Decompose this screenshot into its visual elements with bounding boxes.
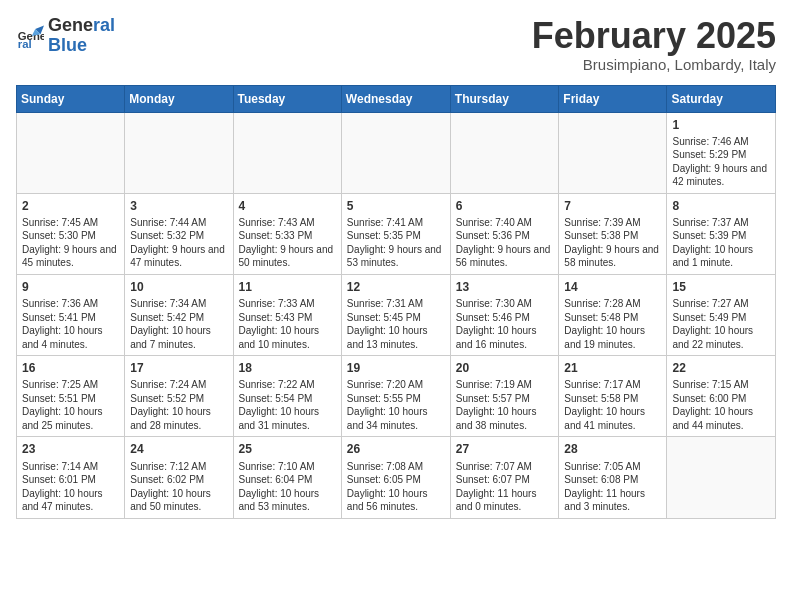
month-title: February 2025: [532, 16, 776, 56]
day-number: 16: [22, 360, 119, 376]
calendar-cell: [667, 437, 776, 518]
calendar-week-2: 2Sunrise: 7:45 AM Sunset: 5:30 PM Daylig…: [17, 193, 776, 274]
logo-text: General Blue: [48, 16, 115, 56]
calendar-cell: 5Sunrise: 7:41 AM Sunset: 5:35 PM Daylig…: [341, 193, 450, 274]
calendar-cell: 22Sunrise: 7:15 AM Sunset: 6:00 PM Dayli…: [667, 356, 776, 437]
day-info: Sunrise: 7:15 AM Sunset: 6:00 PM Dayligh…: [672, 378, 770, 432]
day-info: Sunrise: 7:08 AM Sunset: 6:05 PM Dayligh…: [347, 460, 445, 514]
calendar-cell: 3Sunrise: 7:44 AM Sunset: 5:32 PM Daylig…: [125, 193, 233, 274]
calendar-cell: 27Sunrise: 7:07 AM Sunset: 6:07 PM Dayli…: [450, 437, 559, 518]
logo-icon: Gene ral: [16, 22, 44, 50]
weekday-thursday: Thursday: [450, 85, 559, 112]
calendar-cell: [17, 112, 125, 193]
day-info: Sunrise: 7:27 AM Sunset: 5:49 PM Dayligh…: [672, 297, 770, 351]
calendar-cell: 4Sunrise: 7:43 AM Sunset: 5:33 PM Daylig…: [233, 193, 341, 274]
calendar-cell: 12Sunrise: 7:31 AM Sunset: 5:45 PM Dayli…: [341, 274, 450, 355]
day-info: Sunrise: 7:46 AM Sunset: 5:29 PM Dayligh…: [672, 135, 770, 189]
calendar-cell: 6Sunrise: 7:40 AM Sunset: 5:36 PM Daylig…: [450, 193, 559, 274]
day-info: Sunrise: 7:30 AM Sunset: 5:46 PM Dayligh…: [456, 297, 554, 351]
calendar-cell: 2Sunrise: 7:45 AM Sunset: 5:30 PM Daylig…: [17, 193, 125, 274]
day-number: 10: [130, 279, 227, 295]
day-number: 3: [130, 198, 227, 214]
day-number: 15: [672, 279, 770, 295]
calendar-week-4: 16Sunrise: 7:25 AM Sunset: 5:51 PM Dayli…: [17, 356, 776, 437]
calendar-cell: 13Sunrise: 7:30 AM Sunset: 5:46 PM Dayli…: [450, 274, 559, 355]
weekday-monday: Monday: [125, 85, 233, 112]
day-info: Sunrise: 7:43 AM Sunset: 5:33 PM Dayligh…: [239, 216, 336, 270]
day-number: 19: [347, 360, 445, 376]
day-info: Sunrise: 7:28 AM Sunset: 5:48 PM Dayligh…: [564, 297, 661, 351]
calendar-cell: 25Sunrise: 7:10 AM Sunset: 6:04 PM Dayli…: [233, 437, 341, 518]
calendar-week-1: 1Sunrise: 7:46 AM Sunset: 5:29 PM Daylig…: [17, 112, 776, 193]
day-info: Sunrise: 7:25 AM Sunset: 5:51 PM Dayligh…: [22, 378, 119, 432]
calendar-cell: [341, 112, 450, 193]
weekday-saturday: Saturday: [667, 85, 776, 112]
day-info: Sunrise: 7:12 AM Sunset: 6:02 PM Dayligh…: [130, 460, 227, 514]
calendar-cell: 20Sunrise: 7:19 AM Sunset: 5:57 PM Dayli…: [450, 356, 559, 437]
calendar-week-5: 23Sunrise: 7:14 AM Sunset: 6:01 PM Dayli…: [17, 437, 776, 518]
calendar-cell: 9Sunrise: 7:36 AM Sunset: 5:41 PM Daylig…: [17, 274, 125, 355]
day-info: Sunrise: 7:19 AM Sunset: 5:57 PM Dayligh…: [456, 378, 554, 432]
logo: Gene ral General Blue: [16, 16, 115, 56]
calendar-cell: 18Sunrise: 7:22 AM Sunset: 5:54 PM Dayli…: [233, 356, 341, 437]
weekday-header-row: SundayMondayTuesdayWednesdayThursdayFrid…: [17, 85, 776, 112]
day-number: 4: [239, 198, 336, 214]
calendar-cell: 28Sunrise: 7:05 AM Sunset: 6:08 PM Dayli…: [559, 437, 667, 518]
day-info: Sunrise: 7:44 AM Sunset: 5:32 PM Dayligh…: [130, 216, 227, 270]
calendar-cell: [559, 112, 667, 193]
day-number: 12: [347, 279, 445, 295]
day-info: Sunrise: 7:36 AM Sunset: 5:41 PM Dayligh…: [22, 297, 119, 351]
location-subtitle: Brusimpiano, Lombardy, Italy: [532, 56, 776, 73]
day-number: 11: [239, 279, 336, 295]
day-number: 28: [564, 441, 661, 457]
weekday-friday: Friday: [559, 85, 667, 112]
calendar-body: 1Sunrise: 7:46 AM Sunset: 5:29 PM Daylig…: [17, 112, 776, 518]
day-number: 17: [130, 360, 227, 376]
day-number: 9: [22, 279, 119, 295]
calendar-cell: 1Sunrise: 7:46 AM Sunset: 5:29 PM Daylig…: [667, 112, 776, 193]
calendar-table: SundayMondayTuesdayWednesdayThursdayFrid…: [16, 85, 776, 519]
day-number: 23: [22, 441, 119, 457]
day-info: Sunrise: 7:34 AM Sunset: 5:42 PM Dayligh…: [130, 297, 227, 351]
day-number: 24: [130, 441, 227, 457]
day-info: Sunrise: 7:31 AM Sunset: 5:45 PM Dayligh…: [347, 297, 445, 351]
day-number: 7: [564, 198, 661, 214]
calendar-cell: 10Sunrise: 7:34 AM Sunset: 5:42 PM Dayli…: [125, 274, 233, 355]
day-number: 21: [564, 360, 661, 376]
day-info: Sunrise: 7:45 AM Sunset: 5:30 PM Dayligh…: [22, 216, 119, 270]
day-number: 1: [672, 117, 770, 133]
calendar-cell: 23Sunrise: 7:14 AM Sunset: 6:01 PM Dayli…: [17, 437, 125, 518]
calendar-cell: 19Sunrise: 7:20 AM Sunset: 5:55 PM Dayli…: [341, 356, 450, 437]
day-info: Sunrise: 7:10 AM Sunset: 6:04 PM Dayligh…: [239, 460, 336, 514]
calendar-cell: 17Sunrise: 7:24 AM Sunset: 5:52 PM Dayli…: [125, 356, 233, 437]
calendar-cell: [450, 112, 559, 193]
calendar-cell: [233, 112, 341, 193]
day-number: 6: [456, 198, 554, 214]
day-info: Sunrise: 7:37 AM Sunset: 5:39 PM Dayligh…: [672, 216, 770, 270]
day-info: Sunrise: 7:41 AM Sunset: 5:35 PM Dayligh…: [347, 216, 445, 270]
day-info: Sunrise: 7:14 AM Sunset: 6:01 PM Dayligh…: [22, 460, 119, 514]
day-info: Sunrise: 7:17 AM Sunset: 5:58 PM Dayligh…: [564, 378, 661, 432]
svg-text:ral: ral: [18, 38, 32, 50]
calendar-cell: 7Sunrise: 7:39 AM Sunset: 5:38 PM Daylig…: [559, 193, 667, 274]
day-number: 26: [347, 441, 445, 457]
day-number: 18: [239, 360, 336, 376]
day-info: Sunrise: 7:39 AM Sunset: 5:38 PM Dayligh…: [564, 216, 661, 270]
day-info: Sunrise: 7:33 AM Sunset: 5:43 PM Dayligh…: [239, 297, 336, 351]
day-info: Sunrise: 7:20 AM Sunset: 5:55 PM Dayligh…: [347, 378, 445, 432]
day-info: Sunrise: 7:05 AM Sunset: 6:08 PM Dayligh…: [564, 460, 661, 514]
day-number: 14: [564, 279, 661, 295]
weekday-wednesday: Wednesday: [341, 85, 450, 112]
calendar-cell: 26Sunrise: 7:08 AM Sunset: 6:05 PM Dayli…: [341, 437, 450, 518]
page-header: Gene ral General Blue February 2025 Brus…: [16, 16, 776, 73]
title-block: February 2025 Brusimpiano, Lombardy, Ita…: [532, 16, 776, 73]
day-number: 8: [672, 198, 770, 214]
day-number: 20: [456, 360, 554, 376]
weekday-sunday: Sunday: [17, 85, 125, 112]
calendar-cell: 15Sunrise: 7:27 AM Sunset: 5:49 PM Dayli…: [667, 274, 776, 355]
calendar-cell: [125, 112, 233, 193]
calendar-cell: 21Sunrise: 7:17 AM Sunset: 5:58 PM Dayli…: [559, 356, 667, 437]
day-number: 2: [22, 198, 119, 214]
calendar-cell: 8Sunrise: 7:37 AM Sunset: 5:39 PM Daylig…: [667, 193, 776, 274]
calendar-cell: 11Sunrise: 7:33 AM Sunset: 5:43 PM Dayli…: [233, 274, 341, 355]
